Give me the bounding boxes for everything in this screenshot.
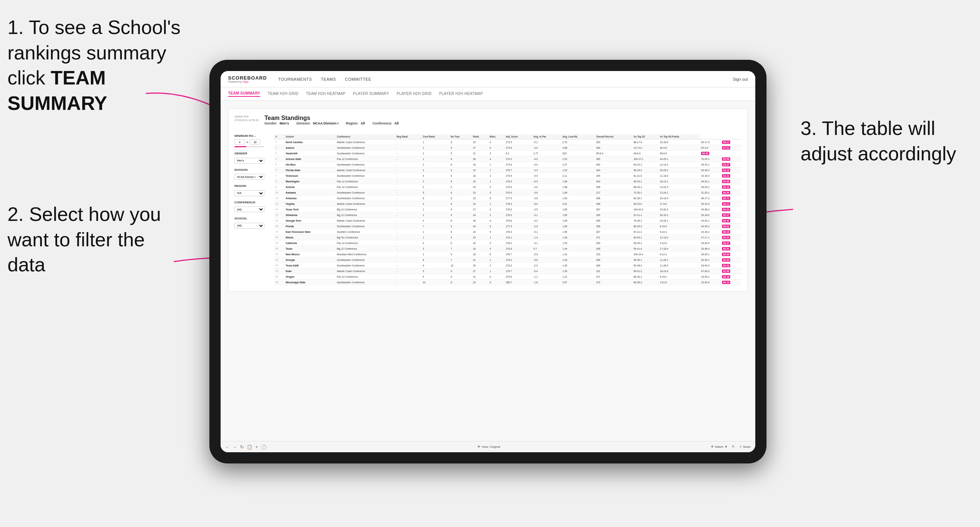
toolbar-copy[interactable]: 📋 <box>247 444 252 450</box>
data-cell: 82-28-1 <box>632 195 658 201</box>
data-cell: 86-25-1 <box>632 179 658 184</box>
view-icon: 👁 <box>477 445 480 449</box>
school-cell: Vanderbilt <box>284 151 336 156</box>
data-cell: 69-6-0 <box>659 151 700 156</box>
conference-select[interactable]: (All) SEC ACC Big 12 <box>234 206 264 212</box>
tab-player-h2h-grid[interactable]: PLAYER H2H GRID <box>397 92 432 97</box>
nav-tournaments[interactable]: TOURNAMENTS <box>278 77 312 81</box>
data-cell: -4.2 <box>532 218 561 224</box>
rank-cell: 11 <box>274 195 284 201</box>
data-cell: 1 <box>422 252 449 257</box>
data-cell: 117-4-0 <box>632 145 658 151</box>
data-cell: 9 <box>449 207 471 212</box>
rank-cell: 7 <box>274 173 284 179</box>
tab-team-h2h-grid[interactable]: TEAM H2H GRID <box>268 92 298 97</box>
data-cell: 44-24-1 <box>700 218 721 224</box>
division-select[interactable]: NCAA Division I NCAA Division II NCAA Di… <box>234 174 264 180</box>
region-select[interactable]: N/A All <box>234 190 264 196</box>
data-cell: 87-21-2 <box>632 229 658 235</box>
toolbar-add[interactable]: + <box>255 444 258 450</box>
data-cell: 5 <box>449 151 471 156</box>
tab-player-h2h-heatmap[interactable]: PLAYER H2H HEATMAP <box>439 92 483 97</box>
table-row: 10AlabamaSoutheastern Conference-5823327… <box>274 190 741 195</box>
school-cell: East Tennessee State <box>284 229 336 235</box>
watch-button[interactable]: 👁 Watch ▼ <box>711 445 727 449</box>
gender-select[interactable]: Men's Women's <box>234 158 264 164</box>
rank-slider[interactable] <box>234 146 264 147</box>
data-cell: 255 <box>595 173 632 179</box>
rank-cell: 23 <box>274 263 284 268</box>
data-cell: - <box>395 246 422 252</box>
tab-team-summary[interactable]: TEAM SUMMARY <box>228 91 260 97</box>
data-cell: 1.41 <box>561 252 595 257</box>
data-cell: 60-39-2 <box>632 279 658 285</box>
filter-conference-display: Conference: All <box>372 121 399 125</box>
toolbar-refresh[interactable]: ↻ <box>240 444 244 450</box>
data-cell: 0.97 <box>561 279 595 285</box>
points-cell: 80.47 <box>721 212 741 218</box>
rank-from-input[interactable] <box>234 140 245 144</box>
col-rank: # <box>274 134 284 140</box>
resize-button[interactable]: ⇱ <box>732 445 735 449</box>
data-cell: 2 <box>488 212 504 218</box>
data-cell: Pac-12 Conference <box>336 240 395 246</box>
filter-min-rank: Minimum Ro... - <box>234 134 268 147</box>
data-cell: 1.28 <box>561 257 595 263</box>
data-cell: 63-17-0 <box>700 140 721 145</box>
tab-team-h2h-heatmap[interactable]: TEAM H2H HEATMAP <box>306 92 345 97</box>
toolbar-clock[interactable]: 🕐 <box>261 444 267 450</box>
data-cell: 268 <box>595 201 632 207</box>
school-cell: Mississippi State <box>284 279 336 285</box>
data-cell: 8 <box>449 212 471 218</box>
data-cell: 8 <box>449 229 471 235</box>
data-cell: 278.7 <box>504 252 532 257</box>
data-cell: 5 <box>488 224 504 229</box>
data-cell: 40-29-2 <box>700 167 721 173</box>
data-cell: 29-20-1 <box>700 252 721 257</box>
points-cell: 82.98 <box>721 268 741 274</box>
data-cell: 36-17-2 <box>700 195 721 201</box>
school-select[interactable]: (All) <box>234 223 264 229</box>
data-cell: Big Ten Conference <box>336 235 395 240</box>
data-cell: 10 <box>449 263 471 268</box>
data-cell: 221 <box>595 268 632 274</box>
data-cell: 1 <box>488 257 504 263</box>
data-cell: 8 <box>449 195 471 201</box>
data-cell: 6.2 <box>504 151 532 156</box>
rank-cell: 22 <box>274 257 284 263</box>
filter-school-group: School (All) <box>234 217 268 229</box>
rank-cell: 3 <box>274 151 284 156</box>
data-cell: 30 <box>471 263 488 268</box>
rank-cell: 16 <box>274 224 284 229</box>
data-cell: Southern Conference <box>336 229 395 235</box>
data-cell: 279.2 <box>504 257 532 263</box>
data-cell: 7 <box>422 224 449 229</box>
data-cell: 2.11 <box>561 173 595 179</box>
nav-teams[interactable]: TEAMS <box>321 77 336 81</box>
table-row: 2AuburnSoutheastern Conference-19276273.… <box>274 145 741 151</box>
data-cell: 3 <box>449 167 471 173</box>
data-cell: 15-30-0 <box>700 279 721 285</box>
sign-out-button[interactable]: Sign out <box>733 77 748 81</box>
data-cell: -5.5 <box>532 173 561 179</box>
rank-to-input[interactable] <box>250 140 260 144</box>
data-cell: 11-29-1 <box>659 257 700 263</box>
data-cell: -0.4 <box>532 268 561 274</box>
tab-player-summary[interactable]: PLAYER SUMMARY <box>353 92 389 97</box>
panel-header: Update time: 27/03/2024 16:56:26 Team St… <box>234 115 741 130</box>
data-cell: 279.1 <box>504 235 532 240</box>
data-cell: 217 <box>595 190 632 195</box>
data-cell: 7 <box>449 257 471 263</box>
school-cell: Alabama <box>284 190 336 195</box>
toolbar-back[interactable]: ← <box>225 444 229 450</box>
data-cell: 104-42-3 <box>632 207 658 212</box>
data-cell: 24 <box>471 229 488 235</box>
toolbar-forward[interactable]: → <box>232 444 237 450</box>
nav-committee[interactable]: COMMITTEE <box>345 77 372 81</box>
data-cell: - <box>395 184 422 190</box>
points-cell: 83.27 <box>721 162 741 167</box>
data-cell: 1.28 <box>561 235 595 240</box>
share-button[interactable]: ⇧ Share <box>739 445 751 449</box>
view-original-button[interactable]: 👁 View: Original <box>477 445 500 449</box>
points-cell: 83.19 <box>721 167 741 173</box>
